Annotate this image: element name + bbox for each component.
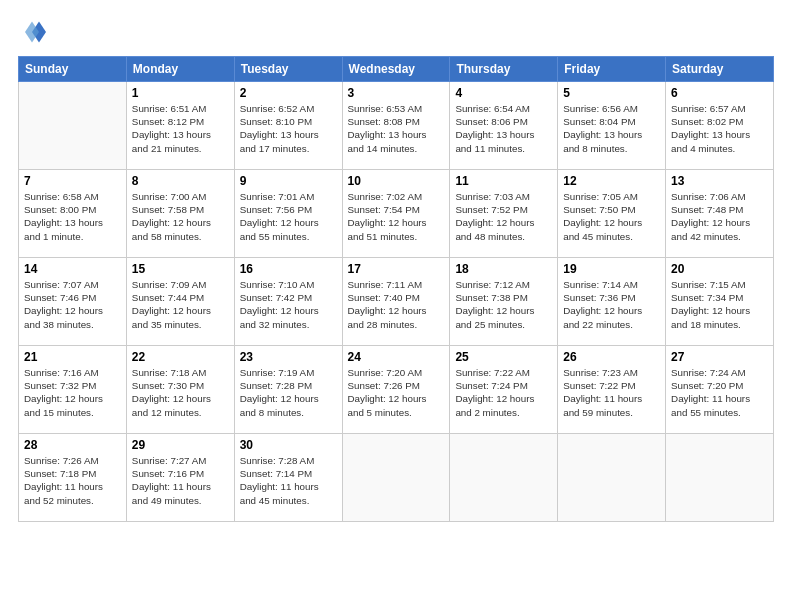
logo-icon: [18, 18, 46, 46]
day-info: Sunrise: 7:16 AMSunset: 7:32 PMDaylight:…: [24, 366, 121, 419]
col-header-thursday: Thursday: [450, 57, 558, 82]
calendar-cell: [666, 434, 774, 522]
calendar-cell: 29Sunrise: 7:27 AMSunset: 7:16 PMDayligh…: [126, 434, 234, 522]
day-number: 2: [240, 86, 337, 100]
calendar-cell: 1Sunrise: 6:51 AMSunset: 8:12 PMDaylight…: [126, 82, 234, 170]
day-info: Sunrise: 7:18 AMSunset: 7:30 PMDaylight:…: [132, 366, 229, 419]
day-info: Sunrise: 7:06 AMSunset: 7:48 PMDaylight:…: [671, 190, 768, 243]
calendar-cell: 12Sunrise: 7:05 AMSunset: 7:50 PMDayligh…: [558, 170, 666, 258]
day-number: 15: [132, 262, 229, 276]
day-info: Sunrise: 7:22 AMSunset: 7:24 PMDaylight:…: [455, 366, 552, 419]
col-header-saturday: Saturday: [666, 57, 774, 82]
day-info: Sunrise: 7:28 AMSunset: 7:14 PMDaylight:…: [240, 454, 337, 507]
day-number: 4: [455, 86, 552, 100]
calendar-cell: 30Sunrise: 7:28 AMSunset: 7:14 PMDayligh…: [234, 434, 342, 522]
calendar-cell: [342, 434, 450, 522]
calendar-cell: 5Sunrise: 6:56 AMSunset: 8:04 PMDaylight…: [558, 82, 666, 170]
calendar-cell: 21Sunrise: 7:16 AMSunset: 7:32 PMDayligh…: [19, 346, 127, 434]
day-number: 25: [455, 350, 552, 364]
calendar-cell: 6Sunrise: 6:57 AMSunset: 8:02 PMDaylight…: [666, 82, 774, 170]
week-row-1: 1Sunrise: 6:51 AMSunset: 8:12 PMDaylight…: [19, 82, 774, 170]
day-info: Sunrise: 7:20 AMSunset: 7:26 PMDaylight:…: [348, 366, 445, 419]
day-number: 7: [24, 174, 121, 188]
day-number: 14: [24, 262, 121, 276]
calendar-cell: [450, 434, 558, 522]
day-number: 12: [563, 174, 660, 188]
day-number: 13: [671, 174, 768, 188]
day-number: 22: [132, 350, 229, 364]
calendar-cell: 11Sunrise: 7:03 AMSunset: 7:52 PMDayligh…: [450, 170, 558, 258]
calendar-cell: 17Sunrise: 7:11 AMSunset: 7:40 PMDayligh…: [342, 258, 450, 346]
day-info: Sunrise: 7:14 AMSunset: 7:36 PMDaylight:…: [563, 278, 660, 331]
col-header-wednesday: Wednesday: [342, 57, 450, 82]
day-info: Sunrise: 7:02 AMSunset: 7:54 PMDaylight:…: [348, 190, 445, 243]
calendar-cell: 16Sunrise: 7:10 AMSunset: 7:42 PMDayligh…: [234, 258, 342, 346]
day-number: 17: [348, 262, 445, 276]
day-number: 3: [348, 86, 445, 100]
calendar-cell: 20Sunrise: 7:15 AMSunset: 7:34 PMDayligh…: [666, 258, 774, 346]
calendar-cell: 7Sunrise: 6:58 AMSunset: 8:00 PMDaylight…: [19, 170, 127, 258]
day-number: 19: [563, 262, 660, 276]
week-row-4: 21Sunrise: 7:16 AMSunset: 7:32 PMDayligh…: [19, 346, 774, 434]
day-number: 24: [348, 350, 445, 364]
calendar-cell: [19, 82, 127, 170]
calendar-cell: 25Sunrise: 7:22 AMSunset: 7:24 PMDayligh…: [450, 346, 558, 434]
day-number: 16: [240, 262, 337, 276]
day-info: Sunrise: 6:52 AMSunset: 8:10 PMDaylight:…: [240, 102, 337, 155]
calendar-cell: 27Sunrise: 7:24 AMSunset: 7:20 PMDayligh…: [666, 346, 774, 434]
day-info: Sunrise: 7:09 AMSunset: 7:44 PMDaylight:…: [132, 278, 229, 331]
day-info: Sunrise: 6:56 AMSunset: 8:04 PMDaylight:…: [563, 102, 660, 155]
day-number: 29: [132, 438, 229, 452]
calendar-header-row: SundayMondayTuesdayWednesdayThursdayFrid…: [19, 57, 774, 82]
day-number: 6: [671, 86, 768, 100]
calendar-cell: 18Sunrise: 7:12 AMSunset: 7:38 PMDayligh…: [450, 258, 558, 346]
calendar-table: SundayMondayTuesdayWednesdayThursdayFrid…: [18, 56, 774, 522]
day-number: 28: [24, 438, 121, 452]
day-info: Sunrise: 7:11 AMSunset: 7:40 PMDaylight:…: [348, 278, 445, 331]
day-info: Sunrise: 7:01 AMSunset: 7:56 PMDaylight:…: [240, 190, 337, 243]
calendar-cell: 19Sunrise: 7:14 AMSunset: 7:36 PMDayligh…: [558, 258, 666, 346]
calendar-cell: 8Sunrise: 7:00 AMSunset: 7:58 PMDaylight…: [126, 170, 234, 258]
day-number: 27: [671, 350, 768, 364]
day-number: 26: [563, 350, 660, 364]
day-info: Sunrise: 7:03 AMSunset: 7:52 PMDaylight:…: [455, 190, 552, 243]
day-info: Sunrise: 6:54 AMSunset: 8:06 PMDaylight:…: [455, 102, 552, 155]
day-number: 20: [671, 262, 768, 276]
day-info: Sunrise: 6:57 AMSunset: 8:02 PMDaylight:…: [671, 102, 768, 155]
day-info: Sunrise: 6:51 AMSunset: 8:12 PMDaylight:…: [132, 102, 229, 155]
col-header-sunday: Sunday: [19, 57, 127, 82]
day-number: 30: [240, 438, 337, 452]
day-number: 9: [240, 174, 337, 188]
day-number: 10: [348, 174, 445, 188]
day-info: Sunrise: 7:19 AMSunset: 7:28 PMDaylight:…: [240, 366, 337, 419]
header: [18, 18, 774, 46]
logo: [18, 18, 50, 46]
calendar-cell: 23Sunrise: 7:19 AMSunset: 7:28 PMDayligh…: [234, 346, 342, 434]
day-number: 23: [240, 350, 337, 364]
day-info: Sunrise: 7:00 AMSunset: 7:58 PMDaylight:…: [132, 190, 229, 243]
calendar-cell: [558, 434, 666, 522]
day-info: Sunrise: 7:27 AMSunset: 7:16 PMDaylight:…: [132, 454, 229, 507]
day-info: Sunrise: 7:23 AMSunset: 7:22 PMDaylight:…: [563, 366, 660, 419]
week-row-5: 28Sunrise: 7:26 AMSunset: 7:18 PMDayligh…: [19, 434, 774, 522]
calendar-cell: 9Sunrise: 7:01 AMSunset: 7:56 PMDaylight…: [234, 170, 342, 258]
calendar-cell: 22Sunrise: 7:18 AMSunset: 7:30 PMDayligh…: [126, 346, 234, 434]
col-header-monday: Monday: [126, 57, 234, 82]
day-number: 1: [132, 86, 229, 100]
calendar-cell: 4Sunrise: 6:54 AMSunset: 8:06 PMDaylight…: [450, 82, 558, 170]
day-info: Sunrise: 7:15 AMSunset: 7:34 PMDaylight:…: [671, 278, 768, 331]
calendar-cell: 14Sunrise: 7:07 AMSunset: 7:46 PMDayligh…: [19, 258, 127, 346]
day-info: Sunrise: 6:58 AMSunset: 8:00 PMDaylight:…: [24, 190, 121, 243]
day-info: Sunrise: 7:24 AMSunset: 7:20 PMDaylight:…: [671, 366, 768, 419]
col-header-tuesday: Tuesday: [234, 57, 342, 82]
calendar-cell: 3Sunrise: 6:53 AMSunset: 8:08 PMDaylight…: [342, 82, 450, 170]
calendar-cell: 24Sunrise: 7:20 AMSunset: 7:26 PMDayligh…: [342, 346, 450, 434]
calendar-cell: 2Sunrise: 6:52 AMSunset: 8:10 PMDaylight…: [234, 82, 342, 170]
calendar-cell: 26Sunrise: 7:23 AMSunset: 7:22 PMDayligh…: [558, 346, 666, 434]
col-header-friday: Friday: [558, 57, 666, 82]
day-info: Sunrise: 7:10 AMSunset: 7:42 PMDaylight:…: [240, 278, 337, 331]
day-info: Sunrise: 7:12 AMSunset: 7:38 PMDaylight:…: [455, 278, 552, 331]
week-row-3: 14Sunrise: 7:07 AMSunset: 7:46 PMDayligh…: [19, 258, 774, 346]
day-number: 21: [24, 350, 121, 364]
calendar-cell: 13Sunrise: 7:06 AMSunset: 7:48 PMDayligh…: [666, 170, 774, 258]
